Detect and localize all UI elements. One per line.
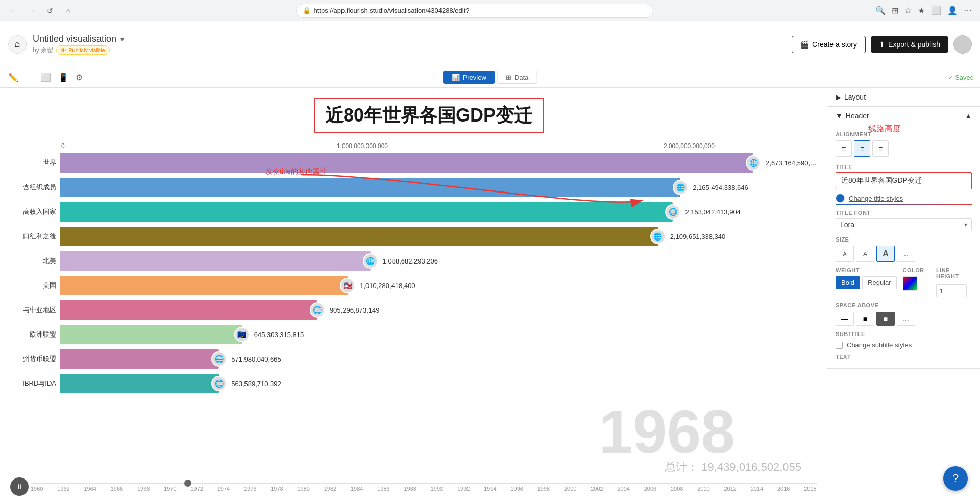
- bar-flag: 🌐: [673, 180, 688, 195]
- align-right-button[interactable]: ≡: [872, 140, 889, 157]
- bar-label: 美国: [10, 281, 56, 290]
- timeline-year: 1996: [511, 486, 523, 492]
- title-font-field: Title Font Lora ▾: [836, 210, 972, 231]
- user-avatar[interactable]: [953, 35, 972, 54]
- bar-value: 905,296,873,149: [330, 306, 380, 314]
- space-small-button[interactable]: ■: [856, 312, 874, 326]
- color-swatch[interactable]: [903, 276, 917, 291]
- bar-value: 563,589,710,392: [231, 380, 281, 388]
- change-subtitle-checkbox[interactable]: [836, 342, 843, 349]
- translate-icon[interactable]: ⊞: [890, 4, 900, 17]
- space-large-button[interactable]: ■: [876, 312, 895, 326]
- header-chevron-down: ▼: [836, 112, 843, 120]
- size-medium-button[interactable]: A: [856, 246, 874, 262]
- edit-icon[interactable]: ✏️: [6, 70, 20, 84]
- cast-icon[interactable]: ⬜: [929, 4, 943, 17]
- tablet-icon[interactable]: ⬜: [39, 70, 53, 84]
- bar-wrapper: 🌐 2,673,164,590,…: [60, 153, 817, 173]
- chart-icon: 📊: [452, 74, 460, 81]
- settings-icon[interactable]: ⚙: [74, 70, 85, 84]
- space-none-button[interactable]: —: [836, 312, 854, 326]
- chart-title: 近80年世界各国GDP变迁: [325, 103, 532, 128]
- mobile-icon[interactable]: 📱: [56, 70, 70, 84]
- play-button[interactable]: ⏸: [10, 477, 29, 496]
- timeline-year: 1972: [191, 486, 203, 492]
- layout-section-header[interactable]: ▶ Layout: [827, 88, 980, 106]
- back-button[interactable]: ←: [6, 4, 20, 18]
- bar-label: 世界: [10, 158, 56, 167]
- bar: 🌐: [60, 178, 680, 197]
- change-title-styles-link[interactable]: Change title styles: [849, 195, 903, 202]
- preview-tab[interactable]: 📊 Preview: [443, 71, 495, 84]
- subtitle-field-group: SUBTITLE Change subtitle styles: [836, 331, 972, 349]
- header-right: 🎬 Create a story ⬆ Export & publish: [792, 35, 972, 54]
- timeline-year: 2014: [751, 486, 763, 492]
- timeline-year: 2002: [591, 486, 603, 492]
- line-height-input[interactable]: [936, 284, 967, 297]
- axis-label-2: 2,000,000,000,000: [664, 142, 715, 150]
- align-left-button[interactable]: ≡: [836, 140, 852, 157]
- bar-row: 含组织成员 🌐 2,165,494,338,646: [10, 176, 817, 199]
- browser-chrome: ← → ↺ ⌂ 🔒 https://app.flourish.studio/vi…: [0, 0, 980, 21]
- app-title: Untitled visualisation: [33, 34, 116, 44]
- favorites-icon[interactable]: ★: [916, 4, 927, 17]
- weight-regular-button[interactable]: Regular: [862, 276, 897, 289]
- timeline-year: 2010: [697, 486, 709, 492]
- timeline-thumb[interactable]: [184, 480, 191, 487]
- bar-flag: 🌐: [363, 253, 378, 269]
- title-color-dot: [836, 194, 845, 203]
- bar-flag: 🌐: [665, 204, 680, 220]
- header-section-content: Alignment ≡ ≡ ≡ TITLE: [827, 125, 980, 368]
- address-bar[interactable]: 🔒 https://app.flourish.studio/visualisat…: [296, 4, 653, 18]
- size-small-button[interactable]: A: [836, 246, 854, 262]
- timeline-year: 2012: [724, 486, 737, 492]
- timeline: 1960196219641966196819701972197419761978…: [31, 477, 817, 493]
- star-icon[interactable]: ☆: [902, 4, 914, 17]
- space-above-field: Space above — ■ ■ ...: [836, 302, 972, 326]
- bar-row: 州货币联盟 🌐 571,980,040,665: [10, 348, 817, 370]
- bar-wrapper: 🇺🇸 1,010,280,418,400: [60, 276, 817, 295]
- export-publish-button[interactable]: ⬆ Export & publish: [871, 36, 948, 53]
- timeline-years: 1960196219641966196819701972197419761978…: [31, 486, 817, 492]
- line-height-label: Line height: [936, 267, 972, 279]
- bar-label: 州货币联盟: [10, 354, 56, 364]
- bar-row: 口红利之後 🌐 2,109,651,338,340: [10, 225, 817, 248]
- profile-icon[interactable]: 👤: [945, 4, 960, 17]
- bar-row: IBRD与IDA 🌐 563,589,710,392: [10, 372, 817, 395]
- create-story-button[interactable]: 🎬 Create a story: [792, 36, 866, 53]
- bar: 🌐: [60, 251, 371, 271]
- desktop-icon[interactable]: 🖥: [23, 71, 36, 84]
- font-select[interactable]: Lora ▾: [836, 218, 972, 231]
- bar: 🌐: [60, 374, 219, 393]
- space-more-button[interactable]: ...: [897, 312, 915, 326]
- app-logo[interactable]: ⌂: [8, 35, 27, 54]
- home-button[interactable]: ⌂: [61, 4, 76, 18]
- data-tab[interactable]: ⊞ Data: [497, 71, 537, 84]
- timeline-year: 1982: [324, 486, 336, 492]
- timeline-year: 1994: [484, 486, 496, 492]
- timeline-year: 1984: [351, 486, 363, 492]
- change-subtitle-styles-link[interactable]: Change subtitle styles: [847, 341, 912, 349]
- bar-label: 含组织成员: [10, 183, 56, 192]
- timeline-year: 1992: [457, 486, 470, 492]
- bar-flag: 🌐: [211, 351, 227, 367]
- weight-bold-button[interactable]: Bold: [836, 276, 860, 289]
- refresh-button[interactable]: ↺: [43, 4, 57, 18]
- size-more-button[interactable]: ...: [897, 246, 915, 262]
- more-icon[interactable]: ⋯: [962, 4, 974, 17]
- size-large-button[interactable]: A: [876, 246, 895, 262]
- header-section-header[interactable]: ▼ Header ▲: [827, 107, 980, 125]
- search-icon[interactable]: 🔍: [873, 4, 888, 17]
- align-center-button[interactable]: ≡: [854, 140, 870, 157]
- title-dropdown-arrow[interactable]: ▾: [120, 35, 124, 43]
- forward-button[interactable]: →: [24, 4, 39, 18]
- color-label: Color: [903, 267, 930, 273]
- help-button[interactable]: ?: [943, 466, 968, 491]
- bar-label: 口红利之後: [10, 232, 56, 241]
- bar-value: 571,980,040,665: [231, 355, 281, 363]
- title-input[interactable]: [837, 174, 970, 188]
- font-select-value: Lora: [840, 221, 964, 229]
- right-panel: ▶ Layout ▼ Header ▲ Alignment ≡ ≡ ≡: [827, 88, 980, 503]
- bar-row: 高收入国家 🌐 2,153,042,413,904: [10, 201, 817, 223]
- timeline-year: 1990: [431, 486, 443, 492]
